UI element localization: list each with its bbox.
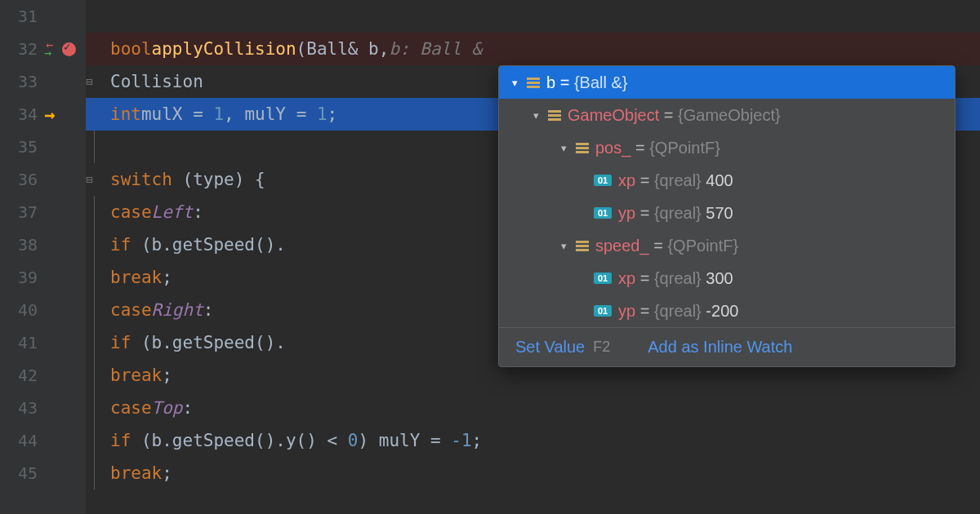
gutter-row[interactable]: 38 [0,228,86,261]
gutter-row[interactable]: 37 [0,196,86,228]
line-number: 39 [0,268,38,287]
code-line[interactable]: bool applyCollision(Ball& b, b: Ball & [86,33,980,65]
gutter-row[interactable]: 40 [0,294,86,326]
line-number: 38 [0,235,38,255]
gutter: 31 32 33 ⊟ 34 → 35 36 ⊟ 37 38 39 40 [0,0,86,514]
gutter-row[interactable]: 35 [0,131,86,163]
changed-lines-icon [44,42,59,55]
gutter-row[interactable]: 32 [0,33,86,65]
gutter-row[interactable]: 33 ⊟ [0,65,86,98]
execution-pointer-icon: → [44,104,55,125]
add-inline-watch-button[interactable]: Add as Inline Watch [648,338,792,357]
struct-icon [548,110,561,121]
line-number: 35 [0,137,38,157]
line-number: 36 [0,170,38,189]
line-number: 37 [0,202,38,222]
variable-row[interactable]: 01 xp = {qreal} 300 [499,262,955,295]
code-line[interactable]: case Top: [86,392,980,424]
variable-row-root[interactable]: ▾ b = {Ball &} [499,66,955,99]
primitive-icon: 01 [594,207,612,219]
set-value-button[interactable]: Set Value [515,338,585,357]
variable-row[interactable]: 01 yp = {qreal} -200 [499,295,955,327]
line-number: 42 [0,366,38,385]
gutter-row[interactable]: 44 [0,424,86,457]
line-number: 34 [0,104,38,124]
code-line[interactable]: if (b.getSpeed().y() < 0) mulY = -1; [86,424,980,457]
line-number: 40 [0,300,38,320]
gutter-row[interactable]: 31 [0,0,86,33]
variable-row[interactable]: 01 xp = {qreal} 400 [499,164,955,197]
line-number: 41 [0,333,38,352]
popup-footer: Set Value F2 Add as Inline Watch [499,327,955,366]
chevron-down-icon[interactable]: ▾ [509,77,520,89]
line-number: 44 [0,431,38,450]
chevron-down-icon[interactable]: ▾ [558,240,569,252]
line-number: 32 [0,39,38,59]
variable-row[interactable]: 01 yp = {qreal} 570 [499,197,955,229]
breakpoint-icon[interactable] [62,42,76,56]
primitive-icon: 01 [594,273,612,284]
shortcut-hint: F2 [593,339,610,356]
struct-icon [527,78,540,88]
chevron-down-icon[interactable]: ▾ [530,109,541,122]
struct-icon [576,143,589,153]
variable-row[interactable]: ▾ pos_ = {QPointF} [499,131,955,164]
gutter-row[interactable]: 42 [0,359,86,392]
variable-row[interactable]: ▾ GameObject = {GameObject} [499,99,955,131]
line-number: 43 [0,398,38,418]
chevron-down-icon[interactable]: ▾ [558,142,569,154]
gutter-row[interactable]: 34 → [0,98,86,131]
gutter-row[interactable]: 41 [0,326,86,359]
gutter-row[interactable]: 43 [0,392,86,424]
struct-icon [576,241,589,251]
primitive-icon: 01 [594,175,612,186]
gutter-row[interactable]: 45 [0,457,86,490]
code-line[interactable]: break; [86,457,980,490]
code-line[interactable] [86,0,980,33]
gutter-row[interactable]: 39 [0,261,86,294]
line-number: 45 [0,463,38,483]
gutter-row[interactable]: 36 ⊟ [0,163,86,196]
variable-row[interactable]: ▾ speed_ = {QPointF} [499,229,955,262]
parameter-hint: b: Ball & [389,39,482,59]
debug-variable-popup: ▾ b = {Ball &} ▾ GameObject = {GameObjec… [498,65,956,367]
line-number: 33 [0,72,38,91]
primitive-icon: 01 [594,305,612,317]
line-number: 31 [0,7,38,26]
